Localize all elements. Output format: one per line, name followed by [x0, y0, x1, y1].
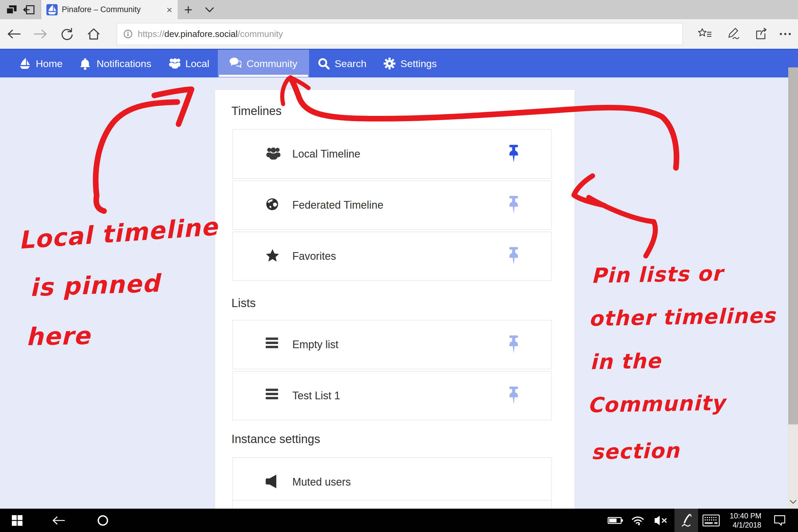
taskbar-clock[interactable]: 10:40 PM 4/1/2018	[723, 509, 761, 532]
nav-item-settings[interactable]: Settings	[375, 50, 445, 77]
windows-ink-pen-icon[interactable]	[674, 509, 698, 532]
ink-note-right-line: other timelines	[588, 303, 776, 331]
pinafore-favicon	[46, 4, 58, 15]
home-icon[interactable]	[83, 19, 104, 49]
new-tab-button[interactable]: +	[178, 0, 199, 19]
scrollbar-thumb[interactable]	[788, 68, 798, 424]
browser-toolbar: https://dev.pinafore.social/community	[0, 19, 798, 49]
forward-icon[interactable]	[30, 19, 51, 49]
tab-title: Pinafore – Community	[62, 5, 162, 14]
ink-note-right-line: in the	[590, 349, 661, 374]
chat-icon	[230, 58, 242, 70]
browser-tab-bar: Pinafore – Community × +	[0, 0, 798, 19]
row-label: Favorites	[292, 250, 336, 263]
ink-note-right-line: Community	[587, 391, 725, 417]
wifi-icon[interactable]	[628, 509, 648, 532]
site-info-icon[interactable]	[124, 30, 132, 38]
section-heading-lists: Lists	[231, 297, 256, 310]
section-heading-instance-settings: Instance settings	[231, 432, 320, 446]
windows-taskbar: 10:40 PM 4/1/2018	[0, 509, 798, 532]
row-label: Test List 1	[292, 390, 340, 402]
people-icon	[266, 147, 281, 162]
nav-item-community[interactable]: Community	[218, 50, 309, 77]
start-button[interactable]	[8, 509, 26, 532]
list-icon	[266, 388, 281, 403]
ink-note-left-line: here	[26, 322, 91, 351]
list-icon	[266, 337, 281, 352]
nav-label: Settings	[400, 58, 437, 70]
nav-label: Home	[36, 58, 63, 70]
cortana-icon[interactable]	[94, 509, 112, 532]
row-label: Local Timeline	[292, 148, 360, 160]
search-icon	[318, 58, 329, 70]
edge-browser-window: Pinafore – Community × +	[0, 0, 798, 532]
star-icon	[266, 249, 281, 264]
community-card: Timelines Local Timeline Federated Timel…	[215, 90, 575, 521]
nav-label: Notifications	[97, 58, 151, 70]
ink-note-right-line: section	[591, 438, 680, 464]
favorites-hub-icon[interactable]	[695, 19, 715, 49]
globe-icon	[266, 198, 281, 212]
tab-close-icon[interactable]: ×	[166, 5, 172, 15]
row-empty-list[interactable]: Empty list	[232, 320, 551, 369]
row-federated-timeline[interactable]: Federated Timeline	[232, 180, 551, 230]
tab-list-chevron-icon[interactable]	[199, 0, 220, 19]
scrollbar-down-icon[interactable]	[790, 500, 797, 505]
set-tabs-aside-icon[interactable]	[23, 5, 35, 15]
ink-note-right-line: Pin lists or	[591, 261, 723, 288]
mute-icon	[266, 475, 281, 490]
bell-icon	[80, 58, 92, 70]
row-favorites[interactable]: Favorites	[232, 232, 551, 281]
pin-icon[interactable]	[508, 336, 519, 354]
pin-icon[interactable]	[508, 386, 519, 405]
nav-label: Local	[185, 58, 209, 70]
action-center-icon[interactable]	[770, 509, 789, 532]
tab-preview-icon[interactable]	[6, 5, 17, 15]
pin-icon[interactable]	[508, 145, 519, 163]
row-test-list-1[interactable]: Test List 1	[232, 371, 551, 420]
ink-note-left-line: is pinned	[29, 269, 160, 302]
back-icon[interactable]	[3, 19, 24, 49]
nav-item-search[interactable]: Search	[309, 50, 375, 77]
row-label: Federated Timeline	[292, 199, 383, 211]
taskbar-back-icon[interactable]	[50, 509, 68, 532]
gear-icon	[384, 58, 396, 70]
tab-tools	[0, 0, 41, 19]
refresh-icon[interactable]	[57, 19, 77, 49]
battery-icon[interactable]	[605, 509, 625, 532]
page-scrollbar[interactable]	[788, 68, 798, 509]
web-note-pen-icon[interactable]	[723, 19, 744, 49]
pin-icon[interactable]	[508, 247, 519, 265]
volume-muted-icon[interactable]	[650, 509, 671, 532]
nav-label: Community	[247, 58, 297, 70]
pinafore-nav-bar: Home Notifications Local Community Searc…	[0, 49, 798, 77]
nav-item-home[interactable]: Home	[10, 50, 71, 77]
nav-item-notifications[interactable]: Notifications	[71, 50, 160, 77]
share-icon[interactable]	[751, 19, 772, 49]
browser-tab-active[interactable]: Pinafore – Community ×	[41, 0, 178, 19]
pin-icon[interactable]	[508, 196, 519, 214]
row-muted-users[interactable]: Muted users	[232, 457, 551, 507]
row-local-timeline[interactable]: Local Timeline	[232, 130, 551, 178]
nav-item-local[interactable]: Local	[160, 50, 218, 77]
nav-label: Search	[335, 58, 366, 70]
row-label: Empty list	[292, 338, 338, 351]
sailboat-icon	[19, 58, 31, 70]
address-bar[interactable]: https://dev.pinafore.social/community	[117, 23, 683, 45]
clock-date: 4/1/2018	[733, 520, 761, 530]
people-icon	[169, 58, 180, 70]
more-options-icon[interactable]	[775, 19, 796, 49]
touch-keyboard-icon[interactable]	[700, 509, 722, 532]
row-label: Muted users	[292, 476, 351, 488]
url-text: https://dev.pinafore.social/community	[138, 29, 283, 39]
clock-time: 10:40 PM	[730, 511, 761, 520]
section-heading-timelines: Timelines	[231, 104, 282, 118]
